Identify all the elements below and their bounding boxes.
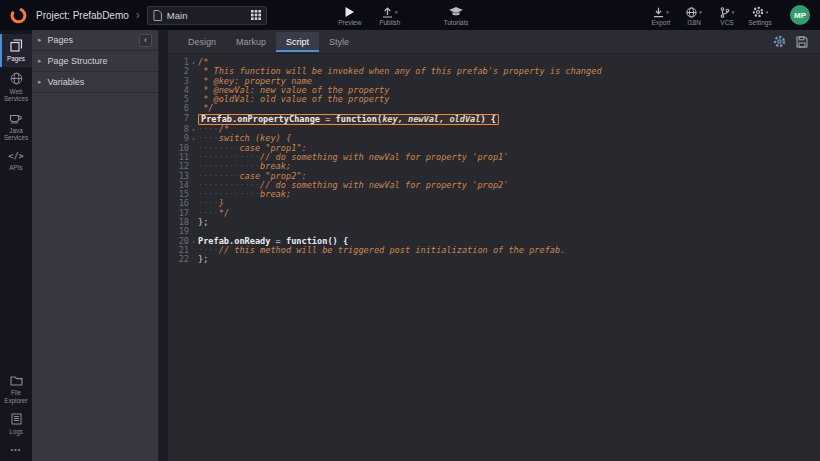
code-line[interactable]: 16····}: [170, 199, 820, 208]
code-line[interactable]: 21····// this method will be triggered p…: [170, 246, 820, 255]
code-line[interactable]: 7Prefab.onPropertyChange = function(key,…: [170, 114, 820, 125]
fold-toggle-icon[interactable]: ▾: [189, 134, 198, 143]
page-selector[interactable]: Main: [147, 6, 267, 25]
export-label: Export: [652, 19, 671, 26]
code-line-text: * @oldVal: old value of the property: [198, 95, 389, 104]
page-icon: [153, 10, 162, 21]
sidebar-item-logs[interactable]: Logs: [0, 408, 32, 440]
sidebar-item-apis[interactable]: </> APIs: [0, 146, 32, 176]
panel-splitter[interactable]: [159, 30, 168, 461]
fold-gutter-spacer: [189, 218, 198, 227]
page-selector-value: Main: [167, 10, 246, 21]
code-lines: 1▾/*2 * This function will be invoked wh…: [170, 58, 820, 265]
code-line[interactable]: 6 */: [170, 104, 820, 113]
left-rail-bottom: File Explorer Logs •••: [0, 370, 32, 461]
code-line[interactable]: 22};: [170, 255, 820, 264]
export-icon: [653, 7, 664, 18]
sidebar-item-label: APIs: [8, 164, 23, 172]
sidebar-item-java-services[interactable]: Java Services: [0, 107, 32, 146]
chevron-right-icon: ▸: [38, 78, 42, 86]
fold-toggle-icon[interactable]: ▾: [189, 125, 198, 134]
fold-gutter-spacer: [189, 190, 198, 199]
fold-gutter-spacer: [189, 162, 198, 171]
gear-icon: [752, 6, 764, 18]
tutorials-label: Tutorials: [443, 19, 468, 26]
caret-down-icon: ▾: [732, 10, 735, 18]
studio-window: Project: PrefabDemo › Main: [0, 0, 820, 461]
preview-button[interactable]: Preview: [335, 5, 365, 26]
tutorials-button[interactable]: Tutorials: [441, 5, 471, 26]
sidebar-item-label: Logs: [8, 428, 24, 436]
caret-down-icon: ▾: [395, 10, 398, 18]
fold-gutter-spacer: [189, 246, 198, 255]
fold-gutter-spacer: [189, 67, 198, 76]
pages-panel: ▸ Pages ‹ ▸ Page Structure ▸ Variables: [32, 30, 159, 461]
publish-button[interactable]: ▾ Publish: [375, 5, 405, 26]
fold-gutter-spacer: [189, 144, 198, 153]
project-label: Project: PrefabDemo: [36, 10, 129, 21]
highlighted-code-box: Prefab.onPropertyChange = function(key, …: [198, 114, 499, 125]
editor-tabbar: Design Markup Script Style: [168, 30, 820, 54]
vcs-button[interactable]: ▾ VCS: [714, 5, 740, 26]
editor-settings-gear-icon[interactable]: [773, 35, 786, 48]
fold-gutter-spacer: [189, 172, 198, 181]
fold-gutter-spacer: [189, 95, 198, 104]
left-rail: Pages Web Services Java Services </> API…: [0, 30, 32, 461]
code-line[interactable]: 18};: [170, 218, 820, 227]
fold-gutter-spacer: [189, 255, 198, 264]
grid-icon: [251, 10, 261, 20]
code-line[interactable]: 17····*/: [170, 209, 820, 218]
more-options-button[interactable]: •••: [0, 440, 32, 461]
fold-gutter-spacer: [189, 209, 198, 218]
fold-gutter-spacer: [189, 153, 198, 162]
grid-menu-button[interactable]: [251, 10, 261, 20]
tab-markup[interactable]: Markup: [226, 32, 276, 52]
code-line-text: Prefab.onPropertyChange = function(key, …: [198, 114, 499, 125]
i18n-button[interactable]: ▾ I18N: [681, 5, 707, 26]
web-services-icon: [10, 72, 23, 85]
preview-label: Preview: [338, 19, 361, 26]
panel-section-pages[interactable]: ▸ Pages ‹: [32, 30, 158, 51]
code-line[interactable]: 15············break;: [170, 190, 820, 199]
wavemaker-logo[interactable]: [10, 6, 28, 24]
publish-label: Publish: [379, 19, 400, 26]
code-line[interactable]: 5 * @oldVal: old value of the property: [170, 95, 820, 104]
settings-button[interactable]: ▾ Settings: [747, 5, 773, 26]
code-line-text: */: [198, 104, 214, 113]
git-branch-icon: [720, 7, 730, 18]
save-icon[interactable]: [796, 36, 808, 48]
panel-section-page-structure[interactable]: ▸ Page Structure: [32, 51, 158, 72]
globe-icon: [686, 7, 697, 18]
graduation-cap-icon: [449, 7, 463, 18]
code-line-text: };: [198, 255, 208, 264]
tab-design[interactable]: Design: [178, 32, 226, 52]
apis-icon: </>: [8, 151, 23, 161]
sidebar-item-pages[interactable]: Pages: [0, 34, 32, 67]
topbar-center-actions: Preview ▾ Publish Tutorials: [335, 5, 471, 26]
editor-area: Design Markup Script Style 1▾/*2 * This …: [168, 30, 820, 461]
code-line-text: };: [198, 218, 208, 227]
file-explorer-icon: [10, 375, 23, 386]
vcs-label: VCS: [720, 19, 733, 26]
line-number: 22: [170, 255, 189, 264]
topbar: Project: PrefabDemo › Main: [0, 0, 820, 30]
sidebar-item-web-services[interactable]: Web Services: [0, 67, 32, 107]
tab-style[interactable]: Style: [319, 32, 359, 52]
user-avatar[interactable]: MP: [790, 5, 810, 25]
settings-label: Settings: [748, 19, 772, 26]
topbar-right-actions: ▾ Export ▾ I18N ▾: [648, 5, 810, 26]
fold-gutter-spacer: [189, 114, 198, 125]
sidebar-item-file-explorer[interactable]: File Explorer: [0, 370, 32, 408]
caret-down-icon: ▾: [699, 10, 702, 18]
export-button[interactable]: ▾ Export: [648, 5, 674, 26]
collapse-panel-button[interactable]: ‹: [139, 34, 152, 47]
chevron-right-icon: ▸: [38, 36, 42, 44]
panel-section-variables[interactable]: ▸ Variables: [32, 72, 158, 93]
code-editor[interactable]: 1▾/*2 * This function will be invoked wh…: [168, 54, 820, 461]
fold-gutter-spacer: [189, 181, 198, 190]
panel-section-label: Page Structure: [48, 56, 108, 66]
java-services-icon: [9, 112, 23, 124]
fold-toggle-icon[interactable]: ▾: [189, 58, 198, 67]
fold-toggle-icon[interactable]: ▾: [189, 237, 198, 246]
tab-script[interactable]: Script: [276, 32, 319, 52]
